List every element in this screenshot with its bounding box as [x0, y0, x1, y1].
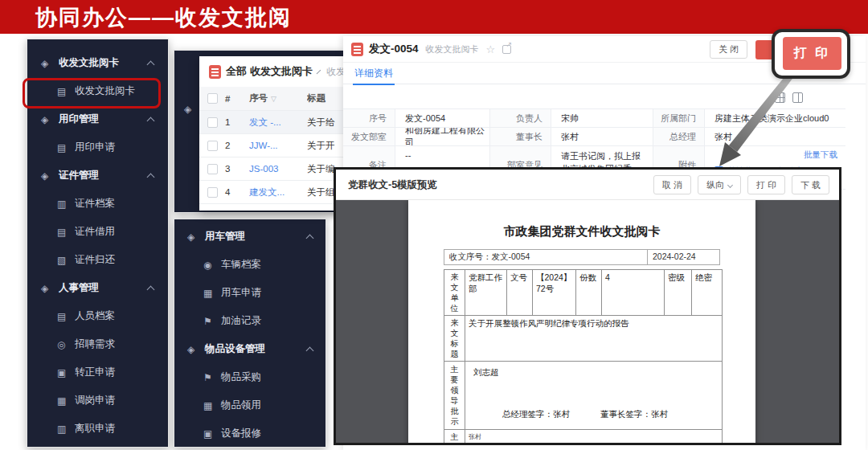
checkbox[interactable] — [207, 187, 218, 198]
col-title: 标题 — [307, 92, 346, 104]
checkbox[interactable] — [207, 164, 218, 174]
approver-name: 刘志超 — [473, 367, 499, 378]
table-row[interactable]: 4 建发文... 关于组 — [199, 181, 346, 204]
cancel-button[interactable]: 取 消 — [653, 175, 691, 194]
sidebar-item-cheliang-archive[interactable]: ◉车辆档案 — [174, 251, 326, 279]
row-index: 4 — [225, 187, 249, 197]
modal-print-button[interactable]: 打 印 — [747, 175, 785, 194]
tab-details[interactable]: 详细资料 — [353, 63, 395, 85]
layers-icon: ◈ — [41, 283, 59, 294]
sidebar-item-yongche-apply[interactable]: ▦用车申请 — [174, 279, 326, 307]
calendar-icon: ▦ — [203, 288, 221, 299]
document-icon: ▤ — [57, 227, 75, 238]
sidebar-item-jiayou-record[interactable]: ⚑加油记录 — [174, 307, 326, 335]
layers-icon: ◈ — [187, 344, 205, 355]
view-toolbar — [775, 92, 803, 103]
document-icon: ▤ — [57, 311, 75, 322]
sidebar-group-renshi[interactable]: ◈人事管理 — [27, 274, 168, 302]
badge-icon: ▣ — [57, 367, 75, 378]
list-title: 收发文批阅卡 — [250, 64, 313, 79]
table-row[interactable]: 2 JJW-... 关于开 — [199, 134, 346, 158]
sidebar-item-zhaopin[interactable]: ◎招聘需求 — [27, 330, 168, 358]
checkbox-cell[interactable] — [199, 164, 225, 174]
checkbox[interactable] — [207, 93, 218, 104]
person-link[interactable]: 宋帅 — [551, 109, 653, 127]
field-label: 负责人 — [490, 109, 551, 127]
sidebar-group-label: 物品设备管理 — [205, 342, 265, 356]
row-index: 2 — [225, 141, 249, 150]
row-title: 关于开 — [307, 140, 346, 152]
field-value: 发文-0054 — [395, 109, 490, 127]
sidebar-item-zhengjian-archive[interactable]: ▥证件档案 — [27, 190, 168, 218]
person-link[interactable]: 张村 — [705, 128, 845, 145]
checkbox-cell[interactable] — [199, 117, 225, 128]
sidebar-item-label: 证件归还 — [75, 253, 115, 267]
sidebar-item-label: 调岗申请 — [75, 394, 115, 407]
sidebar-item-label: 设备报修 — [221, 427, 261, 440]
layers-icon: ◈ — [41, 170, 59, 182]
star-icon[interactable]: ☆ — [486, 43, 496, 55]
select-all-checkbox-cell[interactable] — [199, 93, 225, 104]
sidebar-item-yongyin-apply[interactable]: ▤用印申请 — [27, 133, 168, 162]
sidebar-group-yongche[interactable]: ◈用车管理 — [174, 223, 326, 251]
document-list-card: 全部 收发文批阅卡 收发文 # 序号▽ 标题 1 发文 -... 关于给 2 J… — [199, 56, 346, 211]
document-title: 市政集团党群文件收文批阅卡 — [408, 224, 755, 239]
source-unit: 党群工作部 — [465, 270, 507, 316]
chevron-down-icon[interactable] — [317, 69, 321, 74]
receive-date: 2024-02-24 — [648, 249, 720, 265]
checkbox[interactable] — [207, 117, 218, 128]
serial-link[interactable]: JS-003 — [249, 164, 307, 174]
flag-icon: ⚑ — [203, 316, 221, 327]
sidebar-item-wupin-lingyong[interactable]: ▦物品领用 — [174, 391, 326, 419]
serial-link[interactable]: 建发文... — [249, 186, 307, 198]
sidebar-group-shoufawen[interactable]: ◈收发文批阅卡 — [27, 49, 168, 77]
table-row[interactable]: 1 发文 -... 关于给 — [199, 111, 346, 134]
copies-value: 4 — [602, 270, 665, 316]
field-label: 所属部门 — [653, 109, 705, 127]
sidebar-item-label: 转正申请 — [75, 366, 115, 379]
person-link[interactable]: 张村 — [551, 128, 653, 145]
checkbox[interactable] — [207, 141, 218, 151]
sidebar-group-label: 人事管理 — [59, 281, 99, 295]
sidebar-item-diaogang[interactable]: ▦调岗申请 — [27, 387, 168, 415]
modal-download-button[interactable]: 下 载 — [792, 175, 829, 194]
chevron-up-icon — [306, 347, 314, 355]
sidebar-item-wupin-caigou[interactable]: ⚑物品采购 — [174, 363, 326, 391]
sidebar-item-label: 加油记录 — [221, 314, 261, 328]
sidebar-item-shebei-baoxiu[interactable]: ▣设备报修 — [174, 419, 326, 448]
close-button[interactable]: 关 闭 — [710, 40, 747, 59]
sidebar-item-label: 证件借用 — [75, 225, 115, 239]
table-view-icon[interactable] — [775, 92, 785, 103]
document-page: 市政集团党群文件收文批阅卡 收文序号：发文-0054 2024-02-24 来文… — [408, 200, 755, 443]
sidebar-group-wupin[interactable]: ◈物品设备管理 — [174, 335, 326, 363]
batch-download-link[interactable]: 批量下载 — [804, 149, 837, 161]
highlight-annotation-box — [23, 78, 161, 108]
row-index: 3 — [225, 164, 249, 174]
serial-link[interactable]: JJW-... — [249, 141, 307, 150]
serial-link[interactable]: 发文 -... — [249, 117, 307, 129]
top-banner: 协同办公——收发文批阅 — [0, 0, 868, 34]
checkbox-cell[interactable] — [199, 187, 225, 198]
field-label: 总经理 — [653, 128, 705, 145]
receive-serial: 收文序号：发文-0054 — [444, 249, 648, 265]
orientation-dropdown[interactable]: 纵向 — [698, 175, 741, 194]
table-row[interactable]: 3 JS-003 关于编 — [199, 158, 346, 181]
sidebar-group-yongyin[interactable]: ◈用印管理 — [27, 105, 168, 133]
sidebar-item-zhengjian-return[interactable]: ▧证件归还 — [27, 246, 168, 274]
sidebar-item-zhengjian-borrow[interactable]: ▤证件借用 — [27, 218, 168, 246]
sidebar-item-lizhi[interactable]: ▥离职申请 — [27, 415, 168, 443]
wheel-icon: ◉ — [203, 260, 221, 271]
sidebar-group-zhengjian[interactable]: ◈证件管理 — [27, 162, 168, 190]
column-view-icon[interactable] — [792, 92, 803, 103]
sidebar-item-renyuan-archive[interactable]: ▤人员档案 — [27, 302, 168, 330]
sidebar-group-label: 用印管理 — [59, 112, 99, 126]
print-button-magnified[interactable]: 打 印 — [783, 37, 841, 70]
external-link-icon[interactable] — [502, 45, 511, 54]
checkbox-cell[interactable] — [199, 141, 225, 151]
calendar-icon: ▥ — [57, 423, 75, 435]
sidebar-item-zhuanzheng[interactable]: ▣转正申请 — [27, 358, 168, 387]
filter-icon[interactable]: ▽ — [271, 95, 276, 103]
tool-icon: ▣ — [203, 428, 221, 440]
document-info-row: 收文序号：发文-0054 2024-02-24 — [444, 249, 720, 265]
preview-area: 市政集团党群文件收文批阅卡 收文序号：发文-0054 2024-02-24 来文… — [336, 200, 839, 443]
